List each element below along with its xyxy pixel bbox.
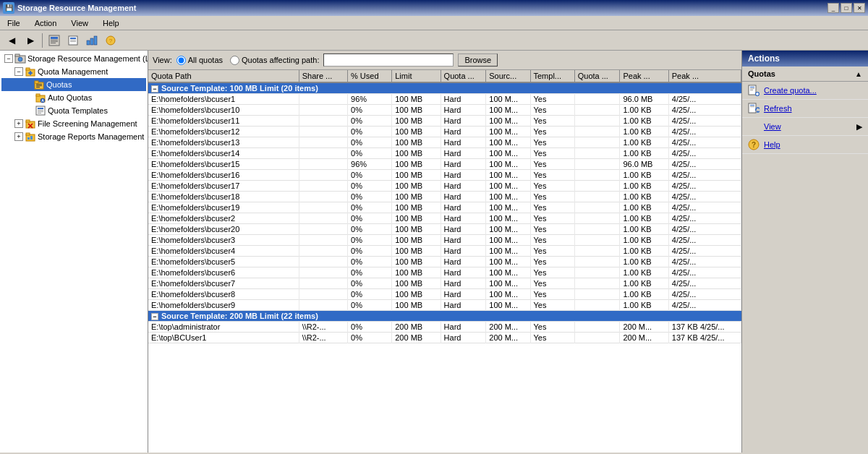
cell-peak_date: 4/25/... [668,257,741,267]
group-collapse-icon[interactable]: − [151,85,158,93]
tree-item-root[interactable]: − Storage Resource Management (Lo [1,52,146,65]
table-row[interactable]: E:\homefolders\bcuser110%100 MBHard100 M… [148,116,741,127]
table-row[interactable]: E:\homefolders\bcuser40%100 MBHard100 M.… [148,246,741,257]
cell-share [299,137,347,148]
menu-file[interactable]: File [3,18,25,28]
table-row[interactable]: E:\top\administrator\\R2-...0%200 MBHard… [148,322,741,333]
cell-source: 200 M... [486,322,530,333]
cell-limit: 100 MB [392,181,441,192]
minimize-button[interactable]: _ [827,3,839,13]
table-row[interactable]: E:\homefolders\bcuser20%100 MBHard100 M.… [148,213,741,224]
menu-action[interactable]: Action [30,18,61,28]
tree-item-file-screening[interactable]: + File Screening Management [1,117,146,130]
table-row[interactable]: E:\homefolders\bcuser190%100 MBHard100 M… [148,202,741,213]
cell-template: Yes [530,235,574,246]
toolbar-btn-3[interactable] [83,33,101,48]
table-row[interactable]: E:\homefolders\bcuser80%100 MBHard100 M.… [148,289,741,300]
table-row[interactable]: E:\homefolders\bcuser180%100 MBHard100 M… [148,192,741,202]
col-quota-status[interactable]: Quota ... [574,70,620,82]
actions-section-arrow[interactable]: ▲ [855,70,862,78]
menu-help[interactable]: Help [98,18,124,28]
table-row[interactable]: E:\homefolders\bcuser70%100 MBHard100 M.… [148,278,741,289]
cell-peak: 1.00 KB [620,127,668,137]
col-source[interactable]: Sourc... [486,70,530,82]
tree-item-quota-mgmt[interactable]: − Quota Management [1,65,146,78]
radio-affecting-path-input[interactable] [230,56,239,65]
col-peak[interactable]: Peak ... [620,70,668,82]
radio-all-quotas[interactable]: All quotas [176,56,223,65]
expand-quota-mgmt[interactable]: − [14,67,23,76]
action-refresh[interactable]: Refresh [742,100,868,118]
cell-pct_used: 96% [348,94,392,105]
cell-template: Yes [530,181,574,192]
table-row[interactable]: E:\homefolders\bcuser200%100 MBHard100 M… [148,224,741,235]
col-pct-used[interactable]: % Used [348,70,392,82]
cell-peak: 1.00 KB [620,213,668,224]
svg-rect-9 [87,40,90,45]
table-row[interactable]: E:\homefolders\bcuser50%100 MBHard100 M.… [148,257,741,267]
view-label-action: View [764,122,781,131]
cell-peak_date: 4/25/... [668,246,741,257]
toolbar-btn-1[interactable] [46,33,63,48]
cell-quota_status [574,148,620,159]
svg-rect-43 [30,136,33,140]
tree-item-quotas[interactable]: Quotas [1,78,146,91]
cell-template: Yes [530,300,574,311]
table-row[interactable]: E:\homefolders\bcuser130%100 MBHard100 M… [148,137,741,148]
cell-quota_path: E:\homefolders\bcuser17 [148,181,299,192]
cell-template: Yes [530,202,574,213]
radio-all-quotas-input[interactable] [176,56,186,65]
cell-share [299,202,347,213]
svg-rect-46 [750,88,754,89]
action-create-quota[interactable]: Create quota... [742,82,868,100]
svg-point-16 [18,57,22,61]
table-row[interactable]: E:\top\BCUser1\\R2-...0%200 MBHard200 M.… [148,333,741,343]
svg-rect-47 [750,90,753,90]
cell-share [299,235,347,246]
group-collapse-icon[interactable]: − [151,313,158,320]
back-button[interactable]: ◀ [3,33,20,48]
path-input[interactable] [323,53,454,67]
action-help[interactable]: ? Help [742,136,868,154]
col-quota-type[interactable]: Quota ... [441,70,486,82]
cell-share [299,300,347,311]
table-row[interactable]: E:\homefolders\bcuser170%100 MBHard100 M… [148,181,741,192]
cell-quota_status [574,116,620,127]
col-template[interactable]: Templ... [530,70,574,82]
table-row[interactable]: E:\homefolders\bcuser100%100 MBHard100 M… [148,105,741,116]
cell-quota_type: Hard [441,94,486,105]
forward-button[interactable]: ▶ [22,33,39,48]
menu-view[interactable]: View [67,18,93,28]
col-share[interactable]: Share ... [299,70,347,82]
cell-peak_date: 4/25/... [668,148,741,159]
browse-button[interactable]: Browse [458,53,498,67]
expand-storage-reports[interactable]: + [14,132,23,141]
tree-item-storage-reports[interactable]: + Storage Reports Management [1,130,146,143]
maximize-button[interactable]: □ [841,3,852,13]
cell-quota_status [574,278,620,289]
tree-item-auto-quotas[interactable]: A Auto Quotas [1,91,146,104]
window-title: Storage Resource Management [17,4,136,12]
col-limit[interactable]: Limit [392,70,441,82]
col-quota-path[interactable]: Quota Path [148,70,299,82]
table-row[interactable]: E:\homefolders\bcuser160%100 MBHard100 M… [148,170,741,181]
expand-file-screening[interactable]: + [14,119,23,128]
table-row[interactable]: E:\homefolders\bcuser60%100 MBHard100 M.… [148,267,741,278]
svg-rect-18 [26,68,30,70]
close-button[interactable]: ✕ [854,3,865,13]
table-row[interactable]: E:\homefolders\bcuser90%100 MBHard100 M.… [148,300,741,311]
toolbar-btn-4[interactable]: ? [102,33,119,48]
table-row[interactable]: E:\homefolders\bcuser120%100 MBHard100 M… [148,127,741,137]
svg-rect-34 [38,111,43,112]
action-view[interactable]: View ▶ [742,118,868,136]
tree-item-quota-templates[interactable]: Quota Templates [1,104,146,117]
table-row[interactable]: E:\homefolders\bcuser30%100 MBHard100 M.… [148,235,741,246]
col-peak-date[interactable]: Peak ... [668,70,741,82]
toolbar-btn-2[interactable] [64,33,82,48]
radio-affecting-path[interactable]: Quotas affecting path: [230,56,319,65]
expand-root[interactable]: − [4,54,13,63]
cell-quota_type: Hard [441,300,486,311]
table-row[interactable]: E:\homefolders\bcuser140%100 MBHard100 M… [148,148,741,159]
table-row[interactable]: E:\homefolders\bcuser1596%100 MBHard100 … [148,159,741,170]
table-row[interactable]: E:\homefolders\bcuser196%100 MBHard100 M… [148,94,741,105]
